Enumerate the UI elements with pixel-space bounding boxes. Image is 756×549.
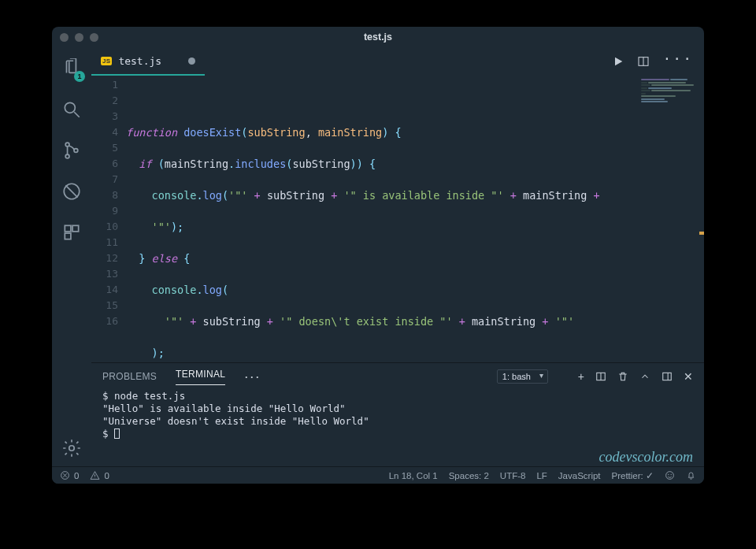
svg-rect-5 xyxy=(65,225,71,232)
window-title: test.js xyxy=(52,32,704,43)
status-encoding[interactable]: UTF-8 xyxy=(500,471,526,480)
status-bell-icon[interactable] xyxy=(686,470,696,480)
source-control-icon[interactable] xyxy=(61,140,82,161)
svg-point-14 xyxy=(669,474,669,475)
more-actions-icon[interactable]: ··· xyxy=(662,55,693,68)
panel-more-icon[interactable]: ··· xyxy=(244,373,261,380)
svg-point-15 xyxy=(671,474,672,475)
panel-layout-icon[interactable] xyxy=(662,371,673,382)
maximize-panel-chevron-up-icon[interactable] xyxy=(639,371,650,382)
editor-actions: ··· xyxy=(612,55,704,68)
svg-point-3 xyxy=(74,149,78,153)
tab-test-js[interactable]: JS test.js xyxy=(91,47,205,76)
kill-terminal-trash-icon[interactable] xyxy=(617,371,628,382)
svg-rect-11 xyxy=(663,373,672,380)
status-feedback-smiley-icon[interactable] xyxy=(665,470,675,480)
activity-bar: 1 xyxy=(52,47,91,466)
editor-window: test.js 1 xyxy=(52,27,704,484)
svg-point-13 xyxy=(666,472,674,480)
tab-problems[interactable]: PROBLEMS xyxy=(102,371,157,382)
svg-rect-7 xyxy=(65,233,71,239)
status-warnings[interactable]: 0 xyxy=(90,470,109,480)
line-number-gutter: 12345678910111213141516 xyxy=(91,76,126,362)
explorer-badge: 1 xyxy=(74,71,85,82)
debug-icon[interactable] xyxy=(61,181,82,202)
terminal-output[interactable]: $ node test.js "Hello" is available insi… xyxy=(91,390,704,466)
titlebar: test.js xyxy=(52,27,704,47)
close-panel-icon[interactable]: ✕ xyxy=(684,371,693,382)
split-terminal-icon[interactable] xyxy=(595,371,606,382)
new-terminal-icon[interactable]: + xyxy=(578,371,584,382)
status-cursor-position[interactable]: Ln 18, Col 1 xyxy=(389,471,438,480)
tab-label: test.js xyxy=(118,55,161,67)
code-content[interactable]: function doesExist(subString, mainString… xyxy=(126,76,704,362)
svg-point-0 xyxy=(65,102,75,113)
scrollbar-marker xyxy=(699,232,704,235)
js-file-icon: JS xyxy=(101,57,112,65)
search-icon[interactable] xyxy=(61,99,82,120)
tab-bar: JS test.js ··· xyxy=(91,47,704,76)
terminal-cursor-icon xyxy=(114,428,120,439)
error-circle-icon xyxy=(60,470,70,480)
svg-rect-6 xyxy=(72,225,79,232)
extensions-icon[interactable] xyxy=(61,222,82,243)
status-prettier[interactable]: Prettier: ✓ xyxy=(612,470,654,481)
svg-point-2 xyxy=(65,154,69,158)
run-play-icon[interactable] xyxy=(612,55,624,68)
warning-triangle-icon xyxy=(90,470,100,480)
main-area: JS test.js ··· 12345678910111213141516 f… xyxy=(91,47,704,466)
settings-gear-icon[interactable] xyxy=(61,438,82,458)
explorer-icon[interactable]: 1 xyxy=(61,58,82,79)
bottom-panel: PROBLEMS TERMINAL ··· 1: bash + xyxy=(91,362,704,466)
status-errors[interactable]: 0 xyxy=(60,470,79,480)
minimap[interactable] xyxy=(641,79,701,120)
watermark: codevscolor.com xyxy=(599,451,693,463)
split-editor-icon[interactable] xyxy=(637,55,650,68)
tab-terminal[interactable]: TERMINAL xyxy=(176,369,225,385)
tab-modified-indicator-icon xyxy=(188,57,195,65)
terminal-selector[interactable]: 1: bash xyxy=(497,369,548,384)
svg-point-8 xyxy=(69,446,75,451)
status-indentation[interactable]: Spaces: 2 xyxy=(449,471,489,480)
panel-tabs: PROBLEMS TERMINAL ··· 1: bash + xyxy=(91,363,704,390)
code-editor[interactable]: 12345678910111213141516 function doesExi… xyxy=(91,76,704,362)
status-language[interactable]: JavaScript xyxy=(558,471,601,480)
status-bar: 0 0 Ln 18, Col 1 Spaces: 2 UTF-8 LF Java… xyxy=(52,466,704,484)
status-eol[interactable]: LF xyxy=(536,471,547,480)
